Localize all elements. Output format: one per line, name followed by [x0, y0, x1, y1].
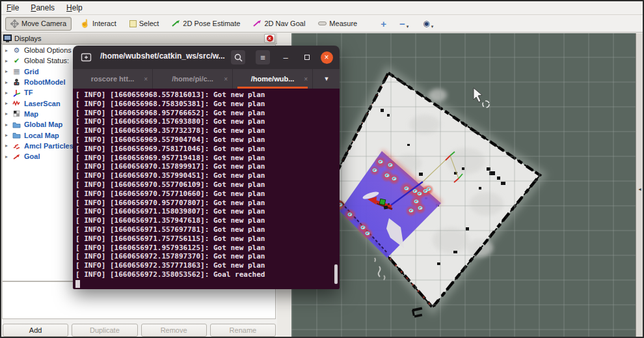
- search-button[interactable]: [231, 50, 245, 64]
- menu-panels[interactable]: Panels: [31, 3, 55, 12]
- nav-goal-button[interactable]: 2D Nav Goal: [248, 17, 310, 31]
- expander-icon[interactable]: ▸: [5, 58, 12, 64]
- mouse-cursor: [474, 88, 482, 102]
- tool-options-button[interactable]: ◉ ▾: [418, 17, 439, 31]
- expander-icon[interactable]: ▸: [5, 90, 12, 96]
- tab-label: /home/pi/c...: [172, 75, 213, 83]
- toolbar: Move Camera ☝ Interact Select 2D Pose Es…: [1, 15, 643, 33]
- log-line: [ INFO] [1660656972.357771863]: Got new …: [75, 261, 340, 270]
- expander-icon[interactable]: ▸: [5, 100, 12, 106]
- log-line: [ INFO] [1660656970.357990451]: Got new …: [75, 171, 340, 180]
- terminal-cursor: [75, 280, 80, 288]
- menu-help[interactable]: Help: [66, 3, 83, 12]
- maximize-button[interactable]: [300, 50, 314, 64]
- tab-close-icon[interactable]: ×: [144, 76, 148, 83]
- remove-tool-button[interactable]: − ▾: [395, 17, 414, 31]
- log-line: [ INFO] [1660656969.157693880]: Got new …: [75, 117, 340, 126]
- tab-roscore[interactable]: roscore htt... ×: [73, 69, 153, 89]
- displays-buttons: Add Duplicate Remove Rename: [1, 324, 277, 338]
- green-arrow-icon: [172, 20, 180, 27]
- focus-camera-icon: ◉: [423, 20, 429, 27]
- expander-icon[interactable]: ▸: [5, 48, 12, 53]
- terminal-titlebar[interactable]: /home/wubshet/catkin_ws/src/w... ≡ – ×: [73, 46, 340, 69]
- collapse-arrow-icon[interactable]: ◄: [637, 187, 642, 191]
- interact-label: Interact: [92, 20, 116, 27]
- minimize-icon: –: [283, 53, 288, 63]
- menu-bar: File Panels Help: [1, 1, 643, 15]
- search-icon: [234, 53, 243, 63]
- grid-icon: ▦: [12, 67, 21, 76]
- side-panel-collapsed[interactable]: ◄: [636, 33, 644, 338]
- expander-icon[interactable]: ▸: [5, 79, 12, 85]
- close-icon: ×: [321, 51, 333, 64]
- tree-item-label: Global Map: [24, 120, 62, 128]
- log-line: [ INFO] [1660656971.757756115]: Got new …: [75, 234, 340, 244]
- folder-icon: [12, 131, 21, 139]
- select-box-icon: [129, 20, 137, 27]
- hamburger-icon: ≡: [260, 53, 265, 63]
- tab-close-icon[interactable]: ×: [304, 76, 308, 83]
- monitor-icon: [3, 35, 12, 42]
- tab-label: roscore htt...: [91, 75, 135, 83]
- log-line: [ INFO] [1660656969.357732378]: Got new …: [75, 126, 340, 135]
- rename-button[interactable]: Rename: [210, 324, 276, 337]
- expander-icon[interactable]: ▸: [5, 68, 12, 74]
- log-line: [ INFO] [1660656969.557904704]: Got new …: [75, 135, 340, 145]
- minimize-button[interactable]: –: [278, 50, 293, 64]
- goal-arrow-icon: [12, 152, 21, 161]
- laser-icon: [12, 99, 21, 107]
- 3d-view[interactable]: [291, 33, 636, 338]
- tree-item-label: RobotModel: [24, 78, 66, 86]
- log-line: [ INFO] [1660656971.957936125]: Got new …: [75, 244, 340, 253]
- log-line: [ INFO] [1660656971.557697781]: Got new …: [75, 225, 340, 234]
- add-button[interactable]: Add: [3, 324, 68, 337]
- move-camera-button[interactable]: Move Camera: [5, 17, 72, 31]
- close-button[interactable]: ×: [319, 50, 334, 64]
- expander-icon[interactable]: ▸: [5, 132, 12, 138]
- terminal-scrollbar[interactable]: [334, 264, 338, 284]
- menu-file[interactable]: File: [7, 3, 19, 12]
- check-icon: ✔: [12, 57, 21, 65]
- particles-icon: [12, 141, 21, 150]
- log-line: [ INFO] [1660656970.557706109]: Got new …: [75, 180, 340, 190]
- expander-icon[interactable]: ▸: [5, 122, 12, 128]
- map-icon: [12, 109, 21, 118]
- gear-icon: ⚙: [12, 46, 21, 55]
- chevron-down-icon: ▼: [324, 76, 330, 82]
- displays-panel-header[interactable]: Displays x: [1, 33, 277, 44]
- expander-icon[interactable]: ▸: [5, 143, 12, 148]
- tree-item-label: Local Map: [24, 132, 59, 139]
- hand-icon: ☝: [80, 19, 90, 28]
- map-render: [291, 33, 636, 338]
- tab-list-dropdown[interactable]: ▼: [314, 69, 340, 89]
- expander-icon[interactable]: ▸: [5, 154, 12, 160]
- tab-home-pi[interactable]: /home/pi/c... ×: [153, 69, 233, 89]
- log-line: [ INFO] [1660656971.357947618]: Got new …: [75, 216, 340, 225]
- robot-icon: [12, 78, 21, 87]
- log-line: [ INFO] [1660656970.157899917]: Got new …: [75, 162, 340, 171]
- measure-label: Measure: [329, 20, 357, 27]
- tab-home-wub[interactable]: /home/wub... ×: [233, 69, 313, 89]
- new-tab-button[interactable]: [79, 51, 94, 64]
- log-line: [ INFO] [1660656970.757710660]: Got new …: [75, 190, 340, 199]
- select-button[interactable]: Select: [125, 17, 164, 31]
- terminal-window[interactable]: /home/wubshet/catkin_ws/src/w... ≡ – × r…: [73, 46, 340, 289]
- log-line: [ INFO] [1660656972.157897370]: Got new …: [75, 252, 340, 261]
- pose-estimate-button[interactable]: 2D Pose Estimate: [167, 17, 245, 31]
- tree-item-label: TF: [24, 89, 33, 96]
- tab-close-icon[interactable]: ×: [224, 76, 228, 83]
- duplicate-button[interactable]: Duplicate: [72, 324, 137, 337]
- measure-button[interactable]: Measure: [314, 17, 362, 31]
- remove-button[interactable]: Remove: [141, 324, 207, 337]
- expander-icon[interactable]: ▸: [5, 111, 12, 117]
- axes-icon: [12, 89, 21, 97]
- stray-scan-marks: [375, 258, 385, 280]
- interact-button[interactable]: ☝ Interact: [75, 17, 121, 31]
- menu-button[interactable]: ≡: [256, 50, 270, 64]
- select-label: Select: [139, 20, 159, 27]
- terminal-output[interactable]: [ INFO] [1660656968.557816013]: Got new …: [73, 89, 340, 289]
- move-camera-icon: [10, 20, 19, 28]
- add-tool-button[interactable]: +: [376, 17, 391, 31]
- log-line: [ INFO] [1660656968.957766652]: Got new …: [75, 109, 340, 118]
- displays-close-button[interactable]: x: [264, 34, 275, 43]
